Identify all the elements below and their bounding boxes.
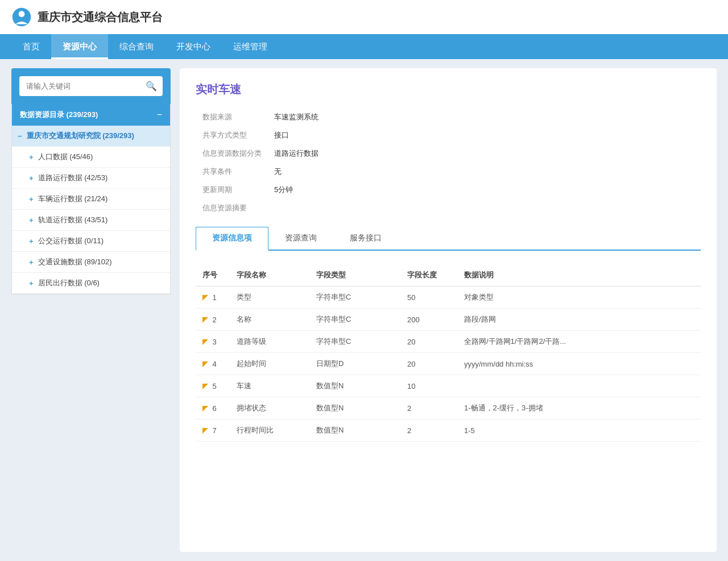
nav-item-query[interactable]: 综合查询 bbox=[108, 34, 165, 59]
row-indicator bbox=[202, 361, 208, 367]
tree-toggle-bus: + bbox=[29, 237, 34, 246]
th-desc: 数据说明 bbox=[457, 264, 701, 286]
nav: 首页 资源中心 综合查询 开发中心 运维管理 bbox=[0, 34, 728, 59]
cell-seq-3: 4 bbox=[196, 353, 230, 375]
cell-desc-0: 对象类型 bbox=[457, 286, 701, 309]
cell-desc-6: 1-5 bbox=[457, 419, 701, 442]
sidebar: 🔍 数据资源目录 (239/293) − − 重庆市交通规划研究院 (239/2… bbox=[11, 68, 171, 552]
cell-length-1: 200 bbox=[400, 309, 457, 331]
meta-table: 数据来源 车速监测系统 共享方式类型 接口 信息资源数据分类 道路运行数据 共享… bbox=[196, 107, 701, 218]
right-panel: 实时车速 数据来源 车速监测系统 共享方式类型 接口 信息资源数据分类 道路运行… bbox=[180, 68, 717, 552]
meta-value-update: 5分钟 bbox=[268, 181, 700, 198]
th-seq: 序号 bbox=[196, 264, 230, 286]
table-row: 3 道路等级 字符串型C 20 全路网/干路网1/干路网2/干路... bbox=[196, 331, 701, 353]
tree-item-resident[interactable]: + 居民出行数据 (0/6) bbox=[12, 273, 170, 294]
table-row: 1 类型 字符串型C 50 对象类型 bbox=[196, 286, 701, 309]
row-indicator bbox=[202, 339, 208, 345]
meta-label-conditions: 共享条件 bbox=[197, 163, 267, 180]
row-indicator bbox=[202, 406, 208, 412]
meta-value-summary bbox=[268, 200, 700, 217]
meta-label-update: 更新周期 bbox=[197, 181, 267, 198]
site-title: 重庆市交通综合信息平台 bbox=[38, 10, 163, 25]
search-icon: 🔍 bbox=[146, 81, 157, 91]
meta-row-source: 数据来源 车速监测系统 bbox=[197, 109, 700, 126]
cell-desc-3: yyyy/mm/dd hh:mi:ss bbox=[457, 353, 701, 375]
tree-item-bus-label: 公交运行数据 (0/11) bbox=[38, 236, 104, 246]
cell-name-6: 行程时间比 bbox=[230, 419, 309, 442]
th-name: 字段名称 bbox=[230, 264, 309, 286]
meta-value-conditions: 无 bbox=[268, 163, 700, 180]
cell-seq-1: 2 bbox=[196, 309, 230, 331]
cell-type-5: 数值型N bbox=[309, 397, 400, 419]
table-row: 2 名称 字符串型C 200 路段/路网 bbox=[196, 309, 701, 331]
tree-toggle-rail: + bbox=[29, 216, 34, 225]
row-indicator bbox=[202, 295, 208, 301]
nav-item-home[interactable]: 首页 bbox=[11, 34, 51, 59]
cell-length-2: 20 bbox=[400, 331, 457, 353]
data-table: 序号 字段名称 字段类型 字段长度 数据说明 1 类型 字符串型C 50 对象类… bbox=[196, 264, 701, 442]
search-button[interactable]: 🔍 bbox=[140, 76, 163, 96]
tree-header: 数据资源目录 (239/293) − bbox=[12, 104, 170, 126]
cell-name-4: 车速 bbox=[230, 375, 309, 397]
tree-item-root[interactable]: − 重庆市交通规划研究院 (239/293) bbox=[12, 126, 170, 147]
search-input[interactable] bbox=[19, 77, 140, 95]
tab-service-interface[interactable]: 服务接口 bbox=[333, 227, 398, 250]
tree-item-vehicle[interactable]: + 车辆运行数据 (21/24) bbox=[12, 189, 170, 210]
tree-item-road[interactable]: + 道路运行数据 (42/53) bbox=[12, 168, 170, 189]
row-indicator bbox=[202, 428, 208, 434]
page-title: 实时车速 bbox=[196, 82, 701, 97]
table-row: 6 拥堵状态 数值型N 2 1-畅通，2-缓行，3-拥堵 bbox=[196, 397, 701, 419]
nav-item-dev[interactable]: 开发中心 bbox=[165, 34, 222, 59]
tree-item-population[interactable]: + 人口数据 (45/46) bbox=[12, 147, 170, 168]
meta-label-category: 信息资源数据分类 bbox=[197, 145, 267, 162]
cell-type-4: 数值型N bbox=[309, 375, 400, 397]
cell-name-3: 起始时间 bbox=[230, 353, 309, 375]
table-row: 7 行程时间比 数值型N 2 1-5 bbox=[196, 419, 701, 442]
cell-name-1: 名称 bbox=[230, 309, 309, 331]
tree-item-root-label: 重庆市交通规划研究院 (239/293) bbox=[27, 131, 134, 141]
cell-length-6: 2 bbox=[400, 419, 457, 442]
meta-label-source: 数据来源 bbox=[197, 109, 267, 126]
tree-toggle-facility: + bbox=[29, 258, 34, 267]
tree-collapse-button[interactable]: − bbox=[157, 110, 162, 119]
cell-seq-6: 7 bbox=[196, 419, 230, 442]
svg-point-1 bbox=[19, 11, 25, 17]
tabs: 资源信息项 资源查询 服务接口 bbox=[196, 227, 701, 251]
cell-type-1: 字符串型C bbox=[309, 309, 400, 331]
meta-value-share-type: 接口 bbox=[268, 127, 700, 144]
tree-item-facility-label: 交通设施数据 (89/102) bbox=[38, 257, 112, 267]
header: 重庆市交通综合信息平台 bbox=[0, 0, 728, 34]
cell-desc-1: 路段/路网 bbox=[457, 309, 701, 331]
cell-seq-4: 5 bbox=[196, 375, 230, 397]
nav-item-resources[interactable]: 资源中心 bbox=[51, 34, 108, 59]
tree-item-rail-label: 轨道运行数据 (43/51) bbox=[38, 215, 108, 225]
tree-item-road-label: 道路运行数据 (42/53) bbox=[38, 173, 108, 183]
cell-length-5: 2 bbox=[400, 397, 457, 419]
tab-resource-query[interactable]: 资源查询 bbox=[268, 227, 333, 250]
tree-item-vehicle-label: 车辆运行数据 (21/24) bbox=[38, 194, 108, 204]
search-input-wrap: 🔍 bbox=[19, 76, 163, 96]
cell-type-6: 数值型N bbox=[309, 419, 400, 442]
cell-type-0: 字符串型C bbox=[309, 286, 400, 309]
th-length: 字段长度 bbox=[400, 264, 457, 286]
meta-value-category: 道路运行数据 bbox=[268, 145, 700, 162]
tree-item-facility[interactable]: + 交通设施数据 (89/102) bbox=[12, 252, 170, 273]
th-type: 字段类型 bbox=[309, 264, 400, 286]
tab-resource-info[interactable]: 资源信息项 bbox=[196, 227, 268, 251]
tree-toggle-resident: + bbox=[29, 279, 34, 288]
tree-item-rail[interactable]: + 轨道运行数据 (43/51) bbox=[12, 210, 170, 231]
row-indicator bbox=[202, 384, 208, 389]
cell-name-0: 类型 bbox=[230, 286, 309, 309]
meta-row-share-type: 共享方式类型 接口 bbox=[197, 127, 700, 144]
table-row: 5 车速 数值型N 10 bbox=[196, 375, 701, 397]
tree-header-title: 数据资源目录 (239/293) bbox=[20, 110, 98, 120]
meta-value-source: 车速监测系统 bbox=[268, 109, 700, 126]
cell-desc-5: 1-畅通，2-缓行，3-拥堵 bbox=[457, 397, 701, 419]
cell-seq-2: 3 bbox=[196, 331, 230, 353]
meta-label-share-type: 共享方式类型 bbox=[197, 127, 267, 144]
nav-item-ops[interactable]: 运维管理 bbox=[222, 34, 279, 59]
cell-name-5: 拥堵状态 bbox=[230, 397, 309, 419]
table-row: 4 起始时间 日期型D 20 yyyy/mm/dd hh:mi:ss bbox=[196, 353, 701, 375]
tree-item-bus[interactable]: + 公交运行数据 (0/11) bbox=[12, 231, 170, 252]
tree-toggle-root: − bbox=[18, 132, 22, 140]
